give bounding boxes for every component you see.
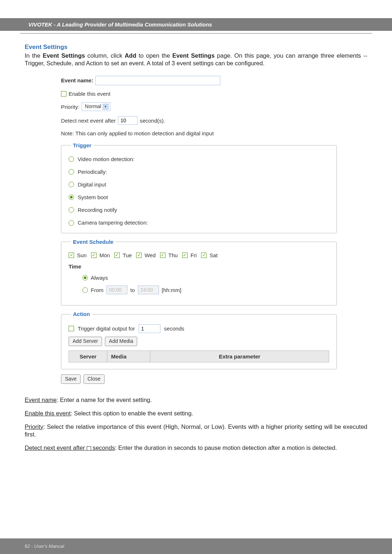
priority-label: Priority:: [61, 103, 79, 110]
day-label-wed: Wed: [144, 252, 156, 259]
detect-prefix-label: Detect next event after: [61, 117, 116, 124]
action-table-header: Server Media Extra parameter: [69, 350, 329, 362]
enable-event-checkbox[interactable]: ✓: [61, 91, 66, 97]
radio-digital-input-label: Digital input: [78, 181, 106, 188]
close-button[interactable]: Close: [83, 374, 105, 384]
priority-value: Normal: [85, 103, 101, 110]
day-label-sat: Sat: [209, 252, 218, 259]
col-media: Media: [107, 351, 150, 362]
day-checkbox-tue[interactable]: ✓: [114, 253, 120, 258]
detect-suffix-label: second(s).: [140, 117, 165, 124]
trigger-do-seconds-input[interactable]: [139, 324, 160, 333]
day-checkbox-fri[interactable]: ✓: [182, 253, 188, 258]
header-divider: [20, 33, 372, 34]
trigger-legend: Trigger: [71, 142, 94, 149]
chevron-down-icon: ▾: [103, 104, 109, 110]
footer-page-label: 62 - User's Manual: [0, 538, 392, 554]
day-checkbox-sat[interactable]: ✓: [201, 253, 207, 258]
action-legend: Action: [71, 311, 92, 317]
detect-seconds-input[interactable]: [118, 116, 138, 125]
to-label: to: [130, 287, 135, 294]
schedule-fieldset: Event Schedule ✓Sun✓Mon✓Tue✓Wed✓Thu✓Fri✓…: [61, 238, 337, 306]
note-text: Note: This can only applied to motion de…: [61, 130, 214, 137]
action-fieldset: Action ✓ Trigger digital output for seco…: [61, 311, 337, 369]
schedule-legend: Event Schedule: [71, 238, 116, 245]
radio-recording-notify-label: Recording notify: [78, 206, 117, 213]
radio-system-boot[interactable]: [69, 194, 74, 200]
trigger-do-suffix: seconds: [164, 325, 184, 332]
day-checkbox-wed[interactable]: ✓: [136, 253, 142, 258]
time-label: Time: [69, 263, 329, 270]
trigger-fieldset: Trigger Video motion detection: Periodic…: [61, 142, 337, 233]
square-placeholder-icon: [87, 446, 91, 451]
priority-select[interactable]: Normal ▾: [82, 102, 110, 111]
desc-event-name: Event name: Enter a name for the event s…: [25, 396, 367, 404]
radio-time-always[interactable]: [82, 275, 88, 280]
day-label-thu: Thu: [168, 252, 178, 259]
trigger-do-label: Trigger digital output for: [78, 325, 135, 332]
section-title: Event Settings: [25, 43, 367, 51]
radio-system-boot-label: System boot: [78, 194, 108, 201]
radio-tampering[interactable]: [69, 220, 74, 226]
save-button[interactable]: Save: [61, 374, 81, 384]
desc-detect: Detect next event after seconds: Enter t…: [25, 444, 367, 452]
radio-video-motion-label: Video motion detection:: [78, 156, 135, 163]
event-name-label: Event name:: [61, 77, 93, 84]
day-label-fri: Fri: [191, 252, 197, 259]
col-extra: Extra parameter: [150, 351, 329, 362]
trigger-do-checkbox[interactable]: ✓: [69, 326, 74, 331]
radio-time-always-label: Always: [91, 274, 108, 281]
desc-priority: Priority: Select the relative importance…: [25, 423, 367, 438]
radio-periodically[interactable]: [69, 169, 74, 175]
event-name-input[interactable]: [95, 76, 220, 85]
day-label-tue: Tue: [123, 252, 132, 259]
desc-enable-event: Enable this event: Select this option to…: [25, 410, 367, 417]
radio-tampering-label: Camera tampering detection:: [78, 219, 148, 226]
day-checkbox-sun[interactable]: ✓: [69, 253, 74, 258]
radio-video-motion[interactable]: [69, 156, 74, 162]
hhmm-label: [hh:mm]: [162, 287, 181, 294]
header-brand: VIVOTEK - A Leading Provider of Multimed…: [0, 18, 392, 31]
from-label: From: [91, 287, 103, 294]
day-checkbox-thu[interactable]: ✓: [160, 253, 166, 258]
radio-recording-notify[interactable]: [69, 207, 74, 213]
section-intro: In the Event Settings column, click Add …: [25, 52, 367, 67]
add-media-button[interactable]: Add Media: [105, 337, 137, 346]
day-checkbox-mon[interactable]: ✓: [91, 253, 97, 258]
col-server: Server: [69, 351, 107, 362]
radio-time-from[interactable]: [82, 287, 88, 293]
add-server-button[interactable]: Add Server: [69, 337, 102, 346]
day-label-mon: Mon: [99, 252, 110, 259]
enable-event-label: Enable this event: [69, 90, 110, 97]
radio-digital-input[interactable]: [69, 182, 74, 187]
day-label-sun: Sun: [77, 252, 87, 259]
to-time-input[interactable]: [138, 286, 159, 294]
radio-periodically-label: Periodically:: [78, 168, 107, 175]
from-time-input[interactable]: [106, 286, 127, 294]
